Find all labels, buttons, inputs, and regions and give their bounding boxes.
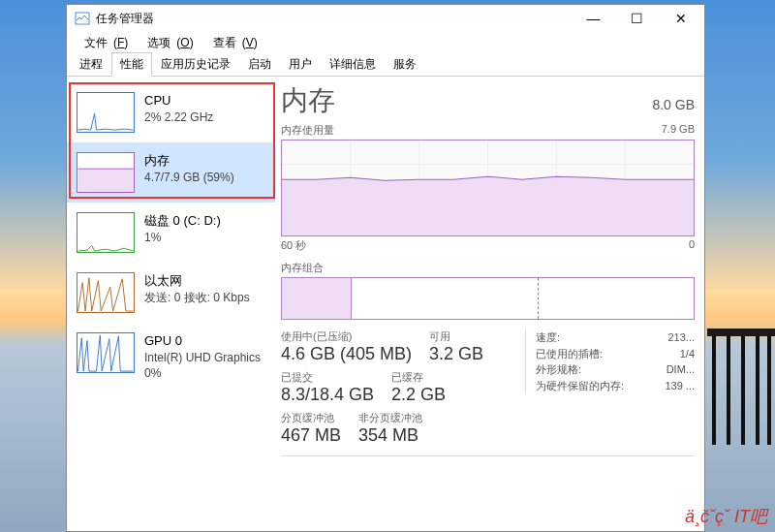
memory-composition-chart[interactable] <box>281 277 695 320</box>
svg-rect-1 <box>712 336 716 445</box>
sidebar-item-ethernet[interactable]: 以太网发送: 0 接收: 0 Kbps <box>67 263 275 323</box>
sidebar-item-disk[interactable]: 磁盘 0 (C: D:)1% <box>67 203 275 263</box>
stat-committed: 8.3/18.4 GB <box>281 385 374 405</box>
memory-usage-chart[interactable] <box>281 140 695 236</box>
composition-label: 内存组合 <box>281 261 695 275</box>
tab-performance[interactable]: 性能 <box>111 52 152 77</box>
stats-right: 速度:213... 已使用的插槽:1/4 外形规格:DIM... 为硬件保留的内… <box>525 329 695 452</box>
menu-view[interactable]: 查看(V) <box>202 33 264 53</box>
maximize-button[interactable]: ☐ <box>615 5 659 32</box>
memory-sparkline <box>77 152 135 193</box>
tab-startup[interactable]: 启动 <box>239 52 280 77</box>
stat-form-factor: DIM... <box>666 361 695 378</box>
x-axis-left: 60 秒 <box>281 238 306 253</box>
memory-capacity: 8.0 GB <box>652 97 695 112</box>
window-title: 任务管理器 <box>96 11 572 27</box>
menu-file[interactable]: 文件(F) <box>73 33 134 53</box>
stat-cached: 2.2 GB <box>391 385 446 405</box>
tab-services[interactable]: 服务 <box>385 52 425 77</box>
stat-nonpaged-pool: 354 MB <box>358 425 422 446</box>
gpu-sparkline <box>77 332 135 373</box>
performance-detail: 内存 8.0 GB 内存使用量 7.9 GB 60 秒 0 <box>275 77 704 531</box>
stat-in-use: 4.6 GB (405 MB) <box>281 344 412 364</box>
watermark: ä¸čˇçˇ IT吧 <box>685 505 767 528</box>
tab-details[interactable]: 详细信息 <box>321 52 385 77</box>
svg-rect-0 <box>707 329 775 336</box>
cpu-sparkline <box>77 92 135 133</box>
stat-available: 3.2 GB <box>429 344 483 364</box>
svg-rect-2 <box>727 336 730 445</box>
titlebar[interactable]: 任务管理器 — ☐ ✕ <box>67 5 704 32</box>
performance-sidebar: CPU2% 2.22 GHz 内存4.7/7.9 GB (59%) 磁盘 0 (… <box>67 77 275 531</box>
menu-options[interactable]: 选项(O) <box>136 33 199 53</box>
tab-app-history[interactable]: 应用历史记录 <box>152 52 239 77</box>
sidebar-item-memory[interactable]: 内存4.7/7.9 GB (59%) <box>67 142 275 203</box>
sidebar-item-cpu[interactable]: CPU2% 2.22 GHz <box>67 82 275 142</box>
close-button[interactable]: ✕ <box>659 5 702 32</box>
svg-rect-4 <box>756 336 760 445</box>
x-axis-right: 0 <box>689 238 695 253</box>
stat-slots: 1/4 <box>680 346 695 362</box>
usage-chart-label: 内存使用量 <box>281 123 334 138</box>
tab-processes[interactable]: 进程 <box>71 52 111 77</box>
svg-rect-3 <box>741 336 745 445</box>
tab-users[interactable]: 用户 <box>280 52 321 77</box>
stats-left: 使用中(已压缩)4.6 GB (405 MB) 可用3.2 GB 已提交8.3/… <box>281 329 508 452</box>
minimize-button[interactable]: — <box>572 5 615 32</box>
tab-strip: 进程 性能 应用历史记录 启动 用户 详细信息 服务 <box>67 53 704 77</box>
stat-hw-reserved: 139 ... <box>665 378 695 394</box>
svg-rect-5 <box>767 336 771 445</box>
stat-speed: 213... <box>667 329 695 346</box>
wallpaper-pier <box>707 329 775 445</box>
ethernet-sparkline <box>77 272 135 313</box>
usage-chart-max: 7.9 GB <box>662 123 695 138</box>
disk-sparkline <box>77 212 135 253</box>
task-manager-window: 任务管理器 — ☐ ✕ 文件(F) 选项(O) 查看(V) 进程 性能 应用历史… <box>66 4 705 532</box>
menubar: 文件(F) 选项(O) 查看(V) <box>67 32 704 53</box>
stat-paged-pool: 467 MB <box>281 425 341 446</box>
detail-title: 内存 <box>281 82 335 119</box>
svg-rect-7 <box>78 169 133 192</box>
task-manager-icon <box>75 11 90 26</box>
sidebar-item-gpu[interactable]: GPU 0Intel(R) UHD Graphics 0% <box>67 323 275 391</box>
